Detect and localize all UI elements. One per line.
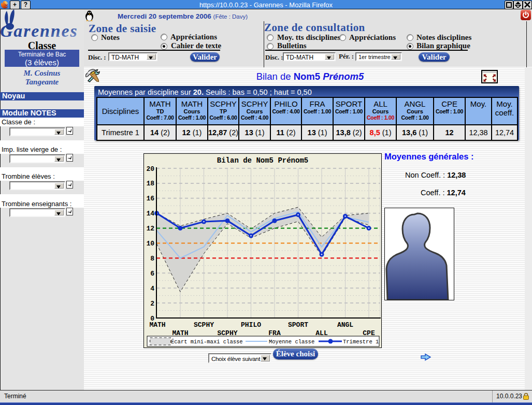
svg-text:SPORT: SPORT — [288, 321, 308, 329]
svg-text:Trimestre 1: Trimestre 1 — [343, 339, 379, 345]
svg-text:ANGL: ANGL — [337, 321, 353, 329]
svg-text:10: 10 — [146, 240, 154, 248]
svg-text:20: 20 — [146, 165, 154, 173]
svg-text:2: 2 — [150, 300, 154, 308]
svg-text:Garennes: Garennes — [0, 21, 78, 40]
svg-text:18: 18 — [146, 180, 154, 187]
svg-text:8: 8 — [150, 255, 154, 263]
svg-text:MATH: MATH — [149, 321, 165, 329]
svg-text:Moyenne classe: Moyenne classe — [269, 339, 314, 345]
svg-text:4: 4 — [150, 285, 154, 293]
svg-text:PHILO: PHILO — [241, 321, 261, 329]
svg-text:16: 16 — [146, 195, 154, 202]
svg-text:14: 14 — [146, 210, 154, 218]
svg-text:12: 12 — [146, 225, 154, 233]
svg-text:SCPHY: SCPHY — [194, 321, 214, 329]
svg-text:Bilan de Nom5 Prénom5: Bilan de Nom5 Prénom5 — [217, 156, 308, 165]
svg-text:Écart mini-maxi classe: Écart mini-maxi classe — [171, 338, 243, 345]
svg-text:6: 6 — [150, 270, 154, 278]
